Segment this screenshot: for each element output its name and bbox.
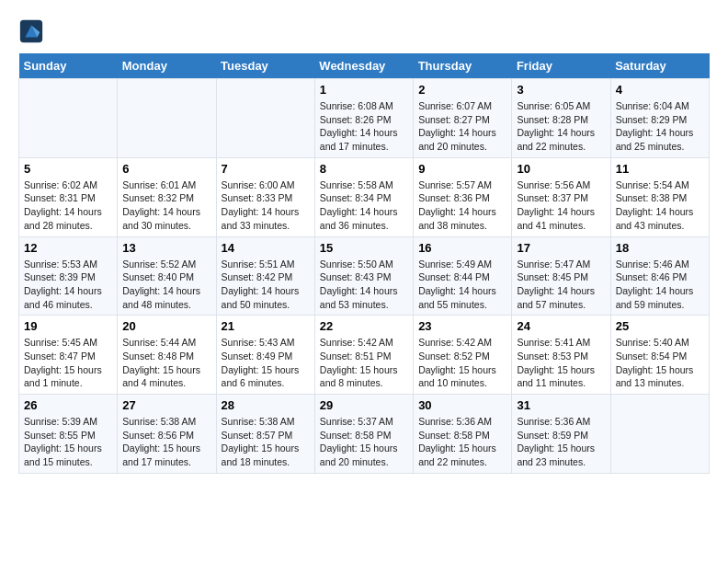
day-number: 7 bbox=[222, 162, 310, 176]
weekday-header-wednesday: Wednesday bbox=[314, 53, 413, 79]
calendar-cell: 31Sunrise: 5:36 AMSunset: 8:59 PMDayligh… bbox=[512, 395, 610, 474]
day-number: 26 bbox=[24, 398, 112, 412]
day-number: 6 bbox=[122, 162, 210, 176]
calendar-cell: 15Sunrise: 5:50 AMSunset: 8:43 PMDayligh… bbox=[314, 236, 413, 316]
calendar-cell bbox=[610, 395, 709, 474]
logo-icon bbox=[18, 18, 44, 44]
cell-info: Sunrise: 5:56 AM bbox=[517, 178, 605, 192]
day-number: 15 bbox=[320, 241, 408, 255]
cell-info: Sunset: 8:59 PM bbox=[517, 429, 605, 442]
calendar-cell: 28Sunrise: 5:38 AMSunset: 8:57 PMDayligh… bbox=[216, 395, 314, 474]
cell-info: Sunset: 8:49 PM bbox=[222, 350, 310, 363]
cell-info: Sunset: 8:33 PM bbox=[222, 191, 310, 205]
calendar-cell: 16Sunrise: 5:49 AMSunset: 8:44 PMDayligh… bbox=[414, 236, 512, 316]
cell-info: Sunset: 8:34 PM bbox=[320, 191, 408, 205]
cell-info: Sunset: 8:32 PM bbox=[122, 191, 210, 205]
cell-info: Sunrise: 5:44 AM bbox=[122, 336, 210, 350]
cell-info: Daylight: 15 hours and 11 minutes. bbox=[517, 363, 605, 390]
weekday-header-thursday: Thursday bbox=[414, 53, 512, 79]
calendar-cell: 11Sunrise: 5:54 AMSunset: 8:38 PMDayligh… bbox=[610, 157, 709, 236]
cell-info: Sunrise: 5:36 AM bbox=[418, 415, 506, 429]
calendar-cell: 22Sunrise: 5:42 AMSunset: 8:51 PMDayligh… bbox=[314, 316, 413, 395]
cell-info: Sunrise: 5:38 AM bbox=[122, 415, 210, 429]
weekday-header-saturday: Saturday bbox=[610, 53, 709, 79]
cell-info: Sunset: 8:28 PM bbox=[517, 113, 605, 127]
weekday-header-tuesday: Tuesday bbox=[216, 53, 314, 79]
day-number: 17 bbox=[517, 241, 605, 255]
calendar-cell: 30Sunrise: 5:36 AMSunset: 8:58 PMDayligh… bbox=[414, 395, 512, 474]
cell-info: Daylight: 14 hours and 25 minutes. bbox=[616, 126, 704, 153]
cell-info: Sunset: 8:26 PM bbox=[320, 113, 408, 127]
calendar-cell: 17Sunrise: 5:47 AMSunset: 8:45 PMDayligh… bbox=[512, 236, 610, 316]
cell-info: Sunset: 8:58 PM bbox=[320, 429, 408, 442]
cell-info: Daylight: 15 hours and 22 minutes. bbox=[418, 442, 506, 468]
calendar-week-3: 12Sunrise: 5:53 AMSunset: 8:39 PMDayligh… bbox=[19, 236, 710, 316]
cell-info: Sunrise: 6:08 AM bbox=[320, 99, 408, 113]
day-number: 20 bbox=[122, 319, 210, 333]
cell-info: Daylight: 14 hours and 53 minutes. bbox=[320, 284, 408, 311]
day-number: 9 bbox=[418, 162, 506, 176]
cell-info: Daylight: 14 hours and 20 minutes. bbox=[418, 126, 506, 153]
calendar-cell: 5Sunrise: 6:02 AMSunset: 8:31 PMDaylight… bbox=[19, 157, 118, 236]
cell-info: Sunrise: 5:37 AM bbox=[320, 415, 408, 429]
day-number: 18 bbox=[616, 241, 704, 255]
day-number: 29 bbox=[320, 398, 408, 412]
cell-info: Sunset: 8:43 PM bbox=[320, 270, 408, 284]
cell-info: Daylight: 15 hours and 20 minutes. bbox=[320, 442, 408, 468]
cell-info: Sunrise: 6:00 AM bbox=[222, 178, 310, 192]
cell-info: Sunset: 8:46 PM bbox=[616, 270, 704, 284]
cell-info: Sunrise: 6:01 AM bbox=[122, 178, 210, 192]
cell-info: Sunset: 8:47 PM bbox=[24, 350, 112, 363]
cell-info: Sunrise: 5:38 AM bbox=[222, 415, 310, 429]
calendar-cell: 24Sunrise: 5:41 AMSunset: 8:53 PMDayligh… bbox=[512, 316, 610, 395]
cell-info: Daylight: 14 hours and 43 minutes. bbox=[616, 205, 704, 232]
cell-info: Daylight: 15 hours and 1 minute. bbox=[24, 363, 112, 390]
cell-info: Sunrise: 5:52 AM bbox=[122, 258, 210, 271]
calendar-header: SundayMondayTuesdayWednesdayThursdayFrid… bbox=[19, 53, 710, 79]
calendar-cell: 10Sunrise: 5:56 AMSunset: 8:37 PMDayligh… bbox=[512, 157, 610, 236]
day-number: 14 bbox=[222, 241, 310, 255]
cell-info: Daylight: 14 hours and 17 minutes. bbox=[320, 126, 408, 153]
cell-info: Sunset: 8:44 PM bbox=[418, 270, 506, 284]
cell-info: Daylight: 14 hours and 30 minutes. bbox=[122, 205, 210, 232]
calendar-week-1: 1Sunrise: 6:08 AMSunset: 8:26 PMDaylight… bbox=[19, 79, 710, 158]
calendar-cell: 26Sunrise: 5:39 AMSunset: 8:55 PMDayligh… bbox=[19, 395, 118, 474]
calendar-cell: 2Sunrise: 6:07 AMSunset: 8:27 PMDaylight… bbox=[414, 79, 512, 158]
cell-info: Daylight: 15 hours and 23 minutes. bbox=[517, 442, 605, 468]
cell-info: Sunrise: 5:45 AM bbox=[24, 336, 112, 350]
day-number: 25 bbox=[616, 319, 704, 333]
cell-info: Sunrise: 5:42 AM bbox=[418, 336, 506, 350]
cell-info: Daylight: 14 hours and 46 minutes. bbox=[24, 284, 112, 311]
calendar-week-5: 26Sunrise: 5:39 AMSunset: 8:55 PMDayligh… bbox=[19, 395, 710, 474]
cell-info: Sunset: 8:37 PM bbox=[517, 191, 605, 205]
cell-info: Sunset: 8:57 PM bbox=[222, 429, 310, 442]
cell-info: Sunset: 8:39 PM bbox=[24, 270, 112, 284]
calendar-cell: 13Sunrise: 5:52 AMSunset: 8:40 PMDayligh… bbox=[118, 236, 216, 316]
cell-info: Sunset: 8:45 PM bbox=[517, 270, 605, 284]
calendar-cell: 1Sunrise: 6:08 AMSunset: 8:26 PMDaylight… bbox=[314, 79, 413, 158]
cell-info: Sunset: 8:27 PM bbox=[418, 113, 506, 127]
weekday-header-friday: Friday bbox=[512, 53, 610, 79]
day-number: 13 bbox=[122, 241, 210, 255]
weekday-header-sunday: Sunday bbox=[19, 53, 118, 79]
day-number: 1 bbox=[320, 83, 408, 97]
cell-info: Sunset: 8:56 PM bbox=[122, 429, 210, 442]
cell-info: Sunrise: 5:46 AM bbox=[616, 258, 704, 271]
cell-info: Sunrise: 5:58 AM bbox=[320, 178, 408, 192]
calendar-cell: 14Sunrise: 5:51 AMSunset: 8:42 PMDayligh… bbox=[216, 236, 314, 316]
cell-info: Daylight: 14 hours and 28 minutes. bbox=[24, 205, 112, 232]
day-number: 11 bbox=[616, 162, 704, 176]
cell-info: Sunrise: 6:02 AM bbox=[24, 178, 112, 192]
cell-info: Daylight: 14 hours and 57 minutes. bbox=[517, 284, 605, 311]
day-number: 3 bbox=[517, 83, 605, 97]
cell-info: Daylight: 15 hours and 18 minutes. bbox=[222, 442, 310, 468]
cell-info: Sunrise: 5:53 AM bbox=[24, 258, 112, 271]
cell-info: Sunrise: 6:04 AM bbox=[616, 99, 704, 113]
cell-info: Sunset: 8:52 PM bbox=[418, 350, 506, 363]
cell-info: Sunrise: 5:49 AM bbox=[418, 258, 506, 271]
cell-info: Sunrise: 5:54 AM bbox=[616, 178, 704, 192]
cell-info: Daylight: 14 hours and 36 minutes. bbox=[320, 205, 408, 232]
cell-info: Sunset: 8:55 PM bbox=[24, 429, 112, 442]
day-number: 2 bbox=[418, 83, 506, 97]
calendar-cell: 29Sunrise: 5:37 AMSunset: 8:58 PMDayligh… bbox=[314, 395, 413, 474]
